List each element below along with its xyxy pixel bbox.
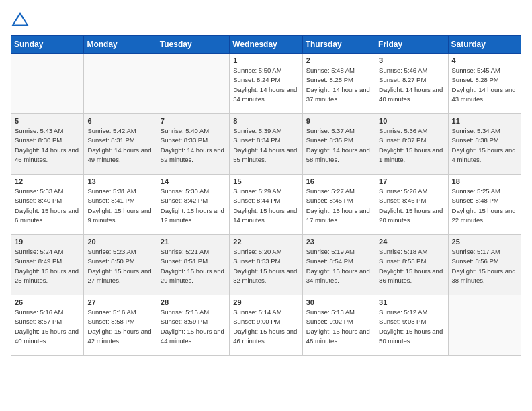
daylight-label: Daylight: 14 hours and 52 minutes. [161,146,224,163]
sunrise-label: Sunrise: 5:15 AM [161,308,209,316]
day-number: 28 [161,298,226,306]
day-number: 18 [452,177,517,185]
cell-info: Sunrise: 5:33 AM Sunset: 8:40 PM Dayligh… [15,187,80,225]
cell-info: Sunrise: 5:16 AM Sunset: 8:57 PM Dayligh… [15,308,80,346]
cell-info: Sunrise: 5:31 AM Sunset: 8:41 PM Dayligh… [87,187,152,225]
cell-info: Sunrise: 5:18 AM Sunset: 8:55 PM Dayligh… [379,247,444,285]
day-number: 29 [233,298,298,306]
cell-info: Sunrise: 5:16 AM Sunset: 8:58 PM Dayligh… [87,308,152,346]
calendar-cell: 31 Sunrise: 5:12 AM Sunset: 9:03 PM Dayl… [375,295,448,356]
calendar-cell: 27 Sunrise: 5:16 AM Sunset: 8:58 PM Dayl… [84,295,157,356]
day-number: 5 [15,117,80,125]
calendar-cell: 12 Sunrise: 5:33 AM Sunset: 8:40 PM Dayl… [11,175,84,235]
sunset-label: Sunset: 8:40 PM [15,197,62,204]
sunset-label: Sunset: 8:51 PM [161,257,208,265]
calendar-cell: 20 Sunrise: 5:23 AM Sunset: 8:50 PM Dayl… [84,235,157,295]
sunrise-label: Sunrise: 5:37 AM [306,127,355,134]
daylight-label: Daylight: 15 hours and 9 minutes. [87,207,151,224]
day-number: 31 [379,298,444,306]
sunrise-label: Sunrise: 5:23 AM [87,248,136,255]
sunrise-label: Sunrise: 5:31 AM [87,187,136,195]
day-number: 14 [161,177,226,185]
cell-info: Sunrise: 5:13 AM Sunset: 9:02 PM Dayligh… [306,308,371,346]
calendar-week-row: 1 Sunrise: 5:50 AM Sunset: 8:24 PM Dayli… [11,54,521,114]
daylight-label: Daylight: 15 hours and 36 minutes. [379,267,443,284]
sunset-label: Sunset: 8:49 PM [15,257,62,265]
cell-info: Sunrise: 5:43 AM Sunset: 8:30 PM Dayligh… [15,126,80,165]
cell-info: Sunrise: 5:36 AM Sunset: 8:37 PM Dayligh… [379,126,444,165]
calendar-cell: 17 Sunrise: 5:26 AM Sunset: 8:46 PM Dayl… [375,175,448,235]
sunset-label: Sunset: 8:48 PM [452,197,499,204]
sunset-label: Sunset: 8:30 PM [15,136,62,144]
sunrise-label: Sunrise: 5:40 AM [161,127,209,134]
sunset-label: Sunset: 8:56 PM [452,257,499,265]
calendar-week-row: 19 Sunrise: 5:24 AM Sunset: 8:49 PM Dayl… [11,235,521,295]
day-number: 3 [379,56,444,64]
day-number: 13 [87,177,152,185]
calendar-cell: 15 Sunrise: 5:29 AM Sunset: 8:44 PM Dayl… [230,175,302,235]
sunrise-label: Sunrise: 5:27 AM [306,187,355,195]
sunrise-label: Sunrise: 5:33 AM [15,187,63,195]
calendar-cell: 2 Sunrise: 5:48 AM Sunset: 8:25 PM Dayli… [302,54,375,114]
day-number: 9 [306,117,371,125]
sunset-label: Sunset: 8:53 PM [233,257,280,265]
day-number: 23 [306,238,371,246]
sunset-label: Sunset: 8:28 PM [452,76,499,83]
sunset-label: Sunset: 8:58 PM [87,318,134,325]
calendar-cell: 11 Sunrise: 5:34 AM Sunset: 8:38 PM Dayl… [448,114,521,175]
cell-info: Sunrise: 5:17 AM Sunset: 8:56 PM Dayligh… [452,247,517,285]
sunrise-label: Sunrise: 5:24 AM [15,248,63,255]
day-number: 19 [15,238,80,246]
day-number: 26 [15,298,80,306]
cell-info: Sunrise: 5:46 AM Sunset: 8:27 PM Dayligh… [379,66,444,104]
cell-info: Sunrise: 5:42 AM Sunset: 8:31 PM Dayligh… [87,126,152,165]
logo-icon [11,11,30,27]
cell-info: Sunrise: 5:39 AM Sunset: 8:34 PM Dayligh… [233,126,298,165]
day-number: 15 [233,177,298,185]
daylight-label: Daylight: 15 hours and 50 minutes. [379,328,443,345]
sunset-label: Sunset: 8:34 PM [233,136,280,144]
sunrise-label: Sunrise: 5:12 AM [379,308,427,316]
sunset-label: Sunset: 8:27 PM [379,76,426,83]
day-number: 8 [233,117,298,125]
weekday-header: Monday [84,36,157,54]
sunrise-label: Sunrise: 5:29 AM [233,187,281,195]
daylight-label: Daylight: 15 hours and 25 minutes. [15,267,79,284]
calendar-cell: 26 Sunrise: 5:16 AM Sunset: 8:57 PM Dayl… [11,295,84,356]
weekday-header: Thursday [302,36,375,54]
sunset-label: Sunset: 9:03 PM [379,318,426,325]
daylight-label: Daylight: 15 hours and 32 minutes. [233,267,297,284]
sunset-label: Sunset: 8:59 PM [161,318,208,325]
daylight-label: Daylight: 15 hours and 46 minutes. [233,328,297,345]
day-number: 6 [87,117,152,125]
calendar-cell: 1 Sunrise: 5:50 AM Sunset: 8:24 PM Dayli… [230,54,302,114]
daylight-label: Daylight: 15 hours and 42 minutes. [87,328,151,345]
sunset-label: Sunset: 8:38 PM [452,136,499,144]
sunset-label: Sunset: 8:55 PM [379,257,426,265]
sunset-label: Sunset: 8:37 PM [379,136,426,144]
cell-info: Sunrise: 5:40 AM Sunset: 8:33 PM Dayligh… [161,126,226,165]
calendar-cell: 9 Sunrise: 5:37 AM Sunset: 8:35 PM Dayli… [302,114,375,175]
weekday-header: Wednesday [230,36,302,54]
day-number: 25 [452,238,517,246]
sunrise-label: Sunrise: 5:45 AM [452,66,500,74]
calendar-cell: 18 Sunrise: 5:25 AM Sunset: 8:48 PM Dayl… [448,175,521,235]
daylight-label: Daylight: 14 hours and 55 minutes. [233,146,297,163]
weekday-header: Saturday [448,36,521,54]
daylight-label: Daylight: 15 hours and 17 minutes. [306,207,370,224]
calendar-cell [11,54,84,114]
calendar-cell: 7 Sunrise: 5:40 AM Sunset: 8:33 PM Dayli… [157,114,229,175]
cell-info: Sunrise: 5:12 AM Sunset: 9:03 PM Dayligh… [379,308,444,346]
day-number: 7 [161,117,226,125]
calendar-cell: 21 Sunrise: 5:21 AM Sunset: 8:51 PM Dayl… [157,235,229,295]
sunrise-label: Sunrise: 5:18 AM [379,248,427,255]
sunset-label: Sunset: 8:33 PM [161,136,208,144]
sunset-label: Sunset: 8:41 PM [87,197,134,204]
sunrise-label: Sunrise: 5:17 AM [452,248,500,255]
daylight-label: Daylight: 15 hours and 6 minutes. [15,207,79,224]
day-number: 20 [87,238,152,246]
sunset-label: Sunset: 8:54 PM [306,257,353,265]
day-number: 1 [233,56,298,64]
day-number: 21 [161,238,226,246]
cell-info: Sunrise: 5:15 AM Sunset: 8:59 PM Dayligh… [161,308,226,346]
